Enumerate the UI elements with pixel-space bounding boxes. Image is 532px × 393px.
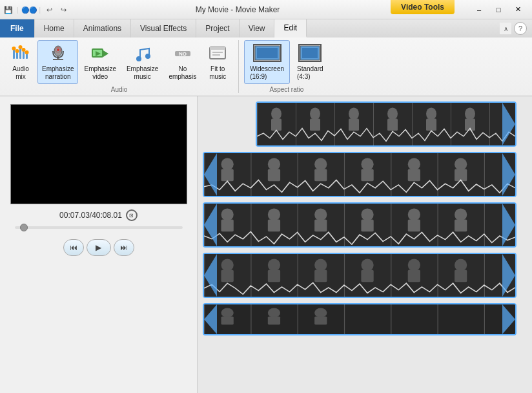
svg-rect-30: [302, 48, 318, 58]
svg-rect-100: [221, 270, 234, 282]
svg-point-5: [12, 47, 16, 50]
track-3[interactable]: [203, 202, 517, 248]
svg-rect-80: [221, 220, 234, 232]
svg-point-49: [465, 108, 475, 120]
svg-rect-113: [251, 304, 251, 334]
timeline-row-4: [203, 253, 517, 298]
svg-rect-102: [268, 270, 280, 282]
svg-rect-37: [451, 103, 451, 145]
widescreen-button[interactable]: Widescreen(16:9): [244, 40, 290, 84]
standard-icon: [300, 43, 320, 64]
fit-to-music-button[interactable]: Fit tomusic: [202, 40, 233, 84]
collapse-ribbon-button[interactable]: ∧: [500, 23, 511, 34]
svg-point-13: [57, 48, 59, 51]
audio-group-label: Audio: [5, 85, 233, 93]
svg-point-65: [361, 158, 373, 171]
no-emphasis-label: Noemphasis: [169, 65, 196, 81]
svg-point-109: [455, 259, 467, 271]
standard-button[interactable]: Standard(4:3): [291, 40, 329, 84]
timeline-row-5: [203, 303, 517, 335]
tab-project[interactable]: Project: [196, 19, 239, 37]
svg-rect-95: [344, 254, 345, 297]
svg-rect-110: [455, 270, 467, 282]
svg-rect-118: [484, 304, 485, 334]
svg-marker-16: [103, 50, 108, 57]
undo-button[interactable]: ↩: [43, 4, 55, 16]
svg-rect-98: [484, 254, 485, 297]
save-button[interactable]: 💾: [3, 4, 14, 16]
window-controls: – □ ✕: [470, 3, 527, 16]
fast-forward-button[interactable]: ⏭: [114, 239, 134, 256]
svg-point-19: [136, 56, 141, 61]
video-icon: [90, 43, 110, 64]
emphasize-narration-button[interactable]: Emphasizenarration: [37, 40, 78, 84]
svg-point-69: [455, 158, 467, 171]
svg-rect-78: [484, 204, 485, 246]
svg-rect-42: [310, 119, 320, 131]
audio-mix-button[interactable]: Audiomix: [5, 40, 36, 84]
svg-rect-114: [298, 304, 298, 334]
svg-rect-34: [334, 103, 335, 145]
svg-rect-104: [314, 270, 327, 282]
playback-controls: ⏮ ▶ ⏭: [63, 239, 134, 256]
time-display: 00:07.03/40:08.01 ⊡: [59, 209, 138, 221]
time-icon[interactable]: ⊡: [126, 209, 138, 221]
emphasize-video-button[interactable]: Emphasizevideo: [79, 40, 120, 84]
svg-point-47: [426, 108, 436, 120]
video-tools-badge: Video Tools: [391, 0, 455, 14]
svg-rect-77: [438, 204, 438, 246]
emphasize-music-button[interactable]: Emphasizemusic: [122, 40, 163, 84]
audio-group: Audiomix Emphasizenarrat: [5, 40, 239, 93]
tab-file[interactable]: File: [0, 19, 35, 37]
maximize-button[interactable]: □: [489, 3, 507, 16]
svg-point-41: [310, 108, 320, 120]
timeline-panel[interactable]: [198, 96, 532, 393]
play-button[interactable]: ▶: [87, 239, 111, 256]
scrubber-thumb[interactable]: [20, 224, 28, 231]
tab-animations[interactable]: Animations: [74, 19, 131, 37]
svg-rect-36: [412, 103, 413, 145]
narration-icon: [48, 43, 68, 64]
svg-point-20: [145, 54, 150, 59]
track-2[interactable]: [203, 152, 517, 197]
svg-rect-96: [391, 254, 391, 297]
svg-rect-88: [408, 220, 420, 232]
svg-point-8: [22, 48, 26, 52]
minimize-button[interactable]: –: [470, 3, 488, 16]
track-5[interactable]: [203, 303, 517, 335]
help-button[interactable]: ?: [514, 22, 527, 35]
timeline-row-1: [203, 101, 517, 147]
tab-visual-effects[interactable]: Visual Effects: [131, 19, 196, 37]
tab-view[interactable]: View: [240, 19, 275, 37]
rewind-button[interactable]: ⏮: [63, 239, 84, 256]
svg-point-85: [361, 209, 373, 221]
fit-to-music-label: Fit tomusic: [209, 65, 226, 81]
fit-to-music-icon: [207, 43, 228, 64]
svg-rect-51: [204, 153, 515, 196]
track-4[interactable]: [203, 253, 517, 298]
ribbon: File Home Animations Visual Effects Proj…: [0, 19, 532, 96]
svg-point-119: [221, 308, 234, 318]
svg-point-9: [25, 50, 29, 54]
audio-mix-label: Audiomix: [12, 65, 29, 81]
close-button[interactable]: ✕: [509, 3, 527, 16]
svg-rect-73: [251, 204, 251, 246]
redo-button[interactable]: ↪: [57, 4, 69, 16]
title-bar: 💾 | 🔵🔵 | ↩ ↪ My Movie - Movie Maker Vide…: [0, 0, 532, 19]
no-emphasis-button[interactable]: NO Noemphasis: [164, 40, 201, 84]
scrubber-bar[interactable]: [15, 226, 183, 229]
svg-point-121: [268, 308, 280, 318]
preview-panel: 00:07.03/40:08.01 ⊡ ⏮ ▶ ⏭: [0, 96, 198, 393]
svg-point-79: [221, 209, 234, 221]
tab-home[interactable]: Home: [35, 19, 74, 37]
svg-point-67: [408, 158, 420, 171]
track-1[interactable]: [256, 101, 517, 147]
quick-access-toolbar: 💾 | 🔵🔵 | ↩ ↪: [3, 4, 69, 16]
svg-rect-71: [204, 204, 515, 246]
svg-point-63: [314, 158, 327, 171]
qat-divider2: |: [39, 6, 41, 14]
tab-edit[interactable]: Edit: [274, 19, 307, 37]
svg-rect-94: [298, 254, 298, 297]
svg-point-61: [268, 158, 280, 171]
svg-rect-46: [387, 119, 398, 131]
